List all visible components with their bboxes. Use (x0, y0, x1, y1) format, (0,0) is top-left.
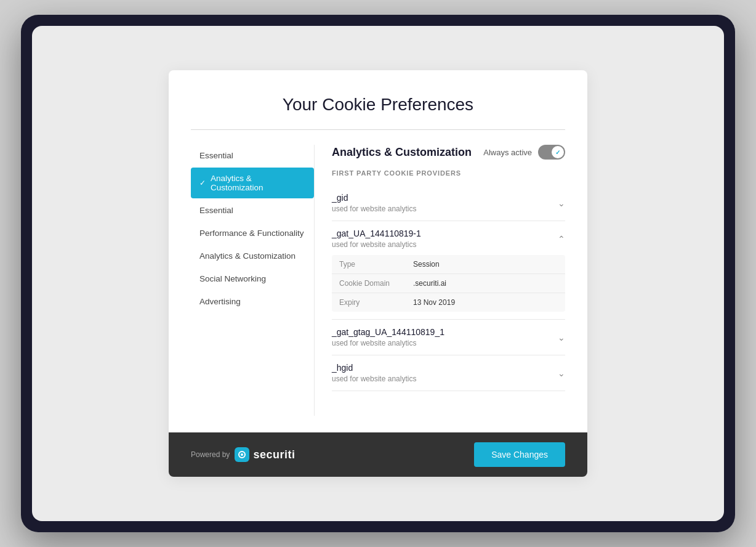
chevron-up-icon-gat-ua: ⌃ (558, 234, 565, 244)
toggle-check-icon: ✓ (555, 149, 560, 156)
cookie-detail-row-expiry: Expiry 13 Nov 2019 (332, 293, 565, 312)
cookie-name-gat-gtag: _gat_gtag_UA_144110819_1 (332, 327, 444, 337)
sidebar-item-essential[interactable]: Essential (191, 200, 314, 221)
providers-label: FIRST PARTY COOKIE PROVIDERS (332, 169, 565, 177)
cookie-name-gat-ua: _gat_UA_144110819-1 (332, 229, 421, 238)
device-frame: Your Cookie Preferences Essential ✓ Anal… (21, 15, 735, 532)
sidebar-item-analytics-active[interactable]: ✓ Analytics & Customization (191, 168, 314, 198)
sidebar: Essential ✓ Analytics & Customization Es… (191, 145, 314, 416)
powered-by-text: Powered by (191, 450, 230, 459)
sidebar-item-analytics[interactable]: Analytics & Customization (191, 245, 314, 267)
sidebar-item-label: Analytics & Customization (211, 174, 305, 192)
section-title: Analytics & Customization (332, 146, 472, 159)
cookie-name-gid: _gid (332, 193, 416, 203)
detail-value-domain: .securiti.ai (413, 279, 446, 288)
modal-title: Your Cookie Preferences (191, 95, 565, 115)
sidebar-item-label: Advertising (199, 297, 241, 306)
modal-divider (191, 129, 565, 130)
sidebar-item-performance[interactable]: Performance & Functionality (191, 222, 314, 244)
save-changes-button[interactable]: Save Changes (474, 442, 565, 467)
sidebar-item-advertising[interactable]: Advertising (191, 291, 314, 312)
sidebar-item-label: Performance & Functionality (199, 229, 304, 238)
cookie-item-hgid: _hgid used for website analytics ⌄ (332, 355, 565, 391)
sidebar-item-label: Analytics & Customization (199, 251, 296, 261)
section-header: Analytics & Customization Always active … (332, 145, 565, 160)
securiti-logo: securiti (235, 447, 295, 462)
detail-value-expiry: 13 Nov 2019 (413, 298, 455, 307)
detail-key-domain: Cookie Domain (339, 279, 413, 288)
detail-key-type: Type (339, 260, 413, 269)
cookie-detail-row-domain: Cookie Domain .securiti.ai (332, 274, 565, 293)
modal-body: Your Cookie Preferences Essential ✓ Anal… (169, 70, 587, 432)
cookie-item-header-gid[interactable]: _gid used for website analytics ⌄ (332, 193, 565, 213)
chevron-down-icon-gat-gtag: ⌄ (558, 333, 565, 342)
securiti-brand-name: securiti (253, 448, 295, 461)
toggle-knob: ✓ (552, 146, 564, 158)
cookie-item-header-hgid[interactable]: _hgid used for website analytics ⌄ (332, 363, 565, 383)
cookie-desc-gat-gtag: used for website analytics (332, 339, 444, 347)
cookie-name-hgid: _hgid (332, 363, 416, 373)
always-active-label: Always active (483, 148, 532, 157)
check-icon: ✓ (199, 179, 206, 187)
securiti-icon (235, 447, 249, 462)
sidebar-item-social[interactable]: Social Networking (191, 268, 314, 290)
cookie-item-gat-ua: _gat_UA_144110819-1 used for website ana… (332, 221, 565, 320)
always-active-toggle[interactable]: ✓ (538, 145, 565, 160)
cookie-item-header-gat-gtag[interactable]: _gat_gtag_UA_144110819_1 used for websit… (332, 327, 565, 347)
cookie-desc-hgid: used for website analytics (332, 375, 416, 383)
sidebar-item-label: Essential (199, 151, 233, 160)
always-active-wrapper: Always active ✓ (483, 145, 565, 160)
detail-value-type: Session (413, 260, 440, 269)
powered-by: Powered by securiti (191, 447, 295, 462)
cookie-desc-gat-ua: used for website analytics (332, 240, 421, 249)
cookie-item-header-gat-ua[interactable]: _gat_UA_144110819-1 used for website ana… (332, 229, 565, 249)
modal-footer: Powered by securiti Save Changes (169, 432, 587, 477)
cookie-item-gid: _gid used for website analytics ⌄ (332, 185, 565, 221)
svg-point-1 (241, 453, 243, 456)
chevron-down-icon-gid: ⌄ (558, 198, 565, 208)
main-panel: Analytics & Customization Always active … (314, 145, 565, 416)
cookie-details-gat-ua: Type Session Cookie Domain .securiti.ai … (332, 255, 565, 312)
chevron-down-icon-hgid: ⌄ (558, 368, 565, 378)
cookie-detail-row-type: Type Session (332, 255, 565, 274)
modal-content: Essential ✓ Analytics & Customization Es… (191, 145, 565, 416)
modal: Your Cookie Preferences Essential ✓ Anal… (169, 70, 587, 477)
cookie-desc-gid: used for website analytics (332, 205, 416, 213)
detail-key-expiry: Expiry (339, 298, 413, 307)
device-screen: Your Cookie Preferences Essential ✓ Anal… (32, 26, 724, 521)
sidebar-item-essential-top[interactable]: Essential (191, 145, 314, 166)
cookie-item-gat-gtag: _gat_gtag_UA_144110819_1 used for websit… (332, 320, 565, 355)
sidebar-item-label: Essential (199, 206, 233, 215)
sidebar-item-label: Social Networking (199, 274, 266, 283)
